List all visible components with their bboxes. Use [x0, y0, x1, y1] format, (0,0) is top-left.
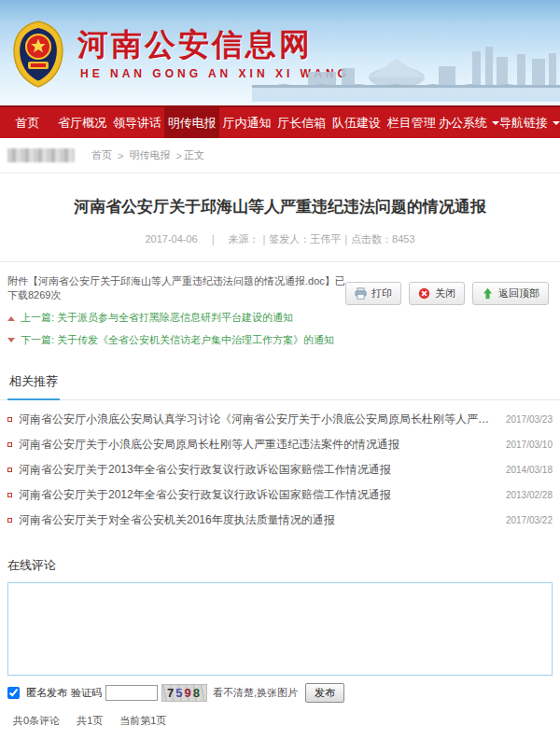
comment-form: 匿名发布 验证码 7598 看不清楚,换张图片 发布 [7, 683, 553, 703]
nav-item-mailbox[interactable]: 厅长信箱 [274, 107, 329, 138]
related-link[interactable]: 河南省公安厅小浪底公安局认真学习讨论《河南省公安厅关于小浪底公安局原局长杜刚等人… [19, 412, 506, 427]
related-header: 相关推荐 [0, 370, 560, 400]
next-article-link[interactable]: 下一篇: 关于传发《全省公安机关信访老户集中治理工作方案》的通知 [7, 333, 345, 347]
attachment-link[interactable]: 附件【河南省公安厅关于邱海山等人严重违纪违法问题的情况通报.doc】已下载826… [7, 274, 345, 302]
related-item: 河南省公安厅关于对全省公安机关2016年度执法质量情况的通报 2017/03/2… [7, 508, 553, 533]
related-date: 2013/02/28 [506, 490, 553, 500]
comment-stats: 共0条评论 共1页 当前第1页 [13, 714, 553, 728]
related-link[interactable]: 河南省公安厅关于小浪底公安局原局长杜刚等人严重违纪违法案件的情况通报 [19, 437, 506, 453]
captcha-refresh-link[interactable]: 看不清楚,换张图片 [213, 686, 298, 700]
printer-icon [355, 287, 367, 300]
anonymous-label: 匿名发布 [26, 686, 67, 700]
cityscape-photo [252, 46, 560, 105]
page-title: 河南省公安厅关于邱海山等人严重违纪违法问题的情况通报 [34, 196, 526, 218]
comments-title: 在线评论 [7, 557, 553, 574]
related-link[interactable]: 河南省公安厅关于2013年全省公安行政复议行政诉讼国家赔偿工作情况通报 [19, 462, 506, 478]
related-item: 河南省公安厅关于2012年全省公安行政复议行政诉讼国家赔偿工作情况通报 2013… [7, 482, 553, 508]
nav-label: 首页 [15, 115, 39, 132]
breadcrumb-separator: > [118, 150, 123, 161]
square-bullet-icon [7, 442, 12, 447]
site-header: 河南公安信息网 HE NAN GONG AN XIN XI WANG [0, 0, 560, 105]
related-date: 2014/03/18 [506, 465, 553, 475]
nav-label: 导航链接 [499, 115, 548, 132]
nav-item-home[interactable]: 首页 [0, 107, 55, 138]
nav-label: 厅长信箱 [277, 115, 326, 132]
close-button[interactable]: 关闭 [409, 282, 465, 305]
nav-label: 办公系统 [439, 115, 487, 132]
publish-button[interactable]: 发布 [305, 683, 344, 703]
chevron-down-icon [492, 121, 499, 129]
related-date: 2017/03/23 [506, 414, 553, 425]
nav-item-office-system[interactable]: 办公系统 [439, 107, 499, 138]
breadcrumb-current: 正文 [184, 148, 204, 162]
triangle-up-icon [7, 313, 15, 321]
page-count: 共1页 [77, 714, 103, 728]
main-nav: 首页 省厅概况 领导讲话 明传电报 厅内通知 厅长信箱 队伍建设 栏目管理 办公… [0, 105, 560, 138]
nav-label: 明传电报 [168, 115, 217, 132]
nav-label: 省厅概况 [58, 115, 106, 132]
related-list: 河南省公安厅小浪底公安局认真学习讨论《河南省公安厅关于小浪底公安局原局长杜刚等人… [0, 400, 560, 535]
nav-item-links[interactable]: 导航链接 [499, 107, 560, 138]
related-section: 相关推荐 河南省公安厅小浪底公安局认真学习讨论《河南省公安厅关于小浪底公安局原局… [0, 370, 560, 535]
close-label: 关闭 [435, 286, 455, 300]
captcha-input[interactable] [105, 685, 158, 701]
nav-item-overview[interactable]: 省厅概况 [55, 107, 110, 138]
current-page: 当前第1页 [119, 714, 166, 728]
nav-item-speeches[interactable]: 领导讲话 [110, 107, 165, 138]
square-bullet-icon [7, 493, 12, 497]
related-title: 相关推荐 [7, 370, 60, 400]
nav-label: 栏目管理 [387, 115, 436, 132]
breadcrumb-home[interactable]: 首页 [91, 148, 112, 162]
nav-item-team[interactable]: 队伍建设 [329, 107, 385, 138]
back-to-top-label: 返回顶部 [498, 286, 539, 300]
captcha-image[interactable]: 7598 [161, 684, 207, 702]
related-item: 河南省公安厅关于2013年全省公安行政复议行政诉讼国家赔偿工作情况通报 2014… [7, 457, 553, 482]
breadcrumb-separator: > [175, 150, 181, 161]
prev-article-link[interactable]: 上一篇: 关于派员参与全省打黑除恶信息研判平台建设的通知 [7, 311, 345, 325]
related-date: 2017/03/10 [506, 440, 553, 450]
article-toolbar: 打印 关闭 返回顶部 [345, 274, 553, 347]
triangle-down-icon [7, 338, 15, 346]
next-article-label: 下一篇: 关于传发《全省公安机关信访老户集中治理工作方案》的通知 [21, 333, 334, 347]
breadcrumb-bar: 首页 > 明传电报 > 正文 [0, 138, 560, 174]
captcha-digit: 9 [184, 686, 192, 700]
anonymous-checkbox[interactable] [7, 687, 20, 699]
attachment-section: 附件【河南省公安厅关于邱海山等人严重违纪违法问题的情况通报.doc】已下载826… [0, 262, 560, 351]
prev-article-label: 上一篇: 关于派员参与全省打黑除恶信息研判平台建设的通知 [21, 311, 293, 325]
police-badge-icon [9, 19, 67, 91]
close-icon [418, 287, 430, 300]
print-label: 打印 [371, 286, 392, 300]
article-meta: 2017-04-06 ｜ 来源：｜签发人：王伟平｜点击数：8453 [0, 232, 560, 246]
related-date: 2017/03/22 [506, 515, 553, 525]
nav-label: 厅内通知 [222, 115, 271, 132]
breadcrumb-section[interactable]: 明传电报 [129, 148, 170, 162]
related-link[interactable]: 河南省公安厅关于2012年全省公安行政复议行政诉讼国家赔偿工作情况通报 [19, 487, 506, 503]
square-bullet-icon [7, 518, 12, 523]
nav-item-notices[interactable]: 厅内通知 [219, 107, 274, 138]
related-item: 河南省公安厅关于小浪底公安局原局长杜刚等人严重违纪违法案件的情况通报 2017/… [7, 432, 553, 457]
redacted-username [7, 148, 75, 162]
print-button[interactable]: 打印 [345, 282, 401, 305]
related-link[interactable]: 河南省公安厅关于对全省公安机关2016年度执法质量情况的通报 [19, 512, 506, 528]
nav-item-telegrams[interactable]: 明传电报 [164, 107, 219, 138]
chevron-down-icon [553, 121, 560, 129]
nav-item-columns[interactable]: 栏目管理 [384, 107, 439, 138]
back-to-top-button[interactable]: 返回顶部 [472, 282, 549, 305]
arrow-up-icon [482, 287, 494, 300]
square-bullet-icon [7, 468, 12, 472]
comment-count: 共0条评论 [13, 714, 60, 728]
nav-label: 领导讲话 [113, 115, 161, 132]
captcha-label: 验证码 [71, 686, 102, 700]
nav-label: 队伍建设 [332, 115, 381, 132]
captcha-digit: 8 [193, 686, 202, 700]
comments-section: 在线评论 匿名发布 验证码 7598 看不清楚,换张图片 发布 共0条评论 共1… [0, 535, 560, 728]
related-item: 河南省公安厅小浪底公安局认真学习讨论《河南省公安厅关于小浪底公安局原局长杜刚等人… [7, 407, 553, 432]
comment-textarea[interactable] [7, 582, 553, 676]
captcha-digit: 7 [167, 686, 175, 700]
square-bullet-icon [7, 417, 12, 422]
